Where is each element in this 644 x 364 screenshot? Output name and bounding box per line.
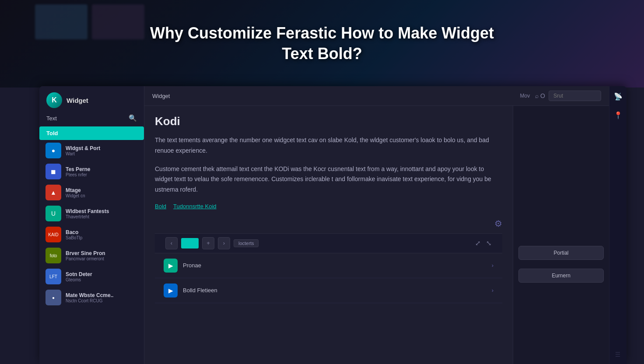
sidebar-text-6: Brver Sine Pron Pancmvar ormeront xyxy=(66,250,105,261)
sidebar-item-subtitle-3: Widget cn xyxy=(66,193,85,198)
list-item-icon-2: ▶ xyxy=(164,284,178,298)
top-bar: Widget Mov ⌕ O xyxy=(144,86,609,106)
sidebar-item-subtitle-5: SaBoTlp xyxy=(66,235,82,240)
sidebar-item-3[interactable]: ▲ Mtage Widget cn xyxy=(39,182,144,203)
article-body-1: The text tements averange the number one… xyxy=(155,135,502,156)
sidebar-item-title-4: Wldbest Fantests xyxy=(66,208,109,214)
sidebar-item-title-8: Mate Wbste Ccme.. xyxy=(66,292,113,298)
sidebar-item-1[interactable]: ● Wldgst & Port Wart xyxy=(39,140,144,161)
sidebar-item-6[interactable]: foto Brver Sine Pron Pancmvar ormeront xyxy=(39,245,144,266)
toolbar-row: ‹ + › locterts ⤢ ⤡ xyxy=(155,233,502,253)
sidebar-item-title-1: Wldgst & Port xyxy=(66,145,100,151)
article-panel: Kodi The text tements averange the numbe… xyxy=(144,106,513,364)
search-input[interactable] xyxy=(549,91,601,101)
sidebar-text-2: Tes Perne Ptees nrfer xyxy=(66,166,90,177)
expand-icon[interactable]: ⤢ xyxy=(475,239,481,247)
sidebar-item-subtitle-4: Thavertrteht xyxy=(66,214,109,219)
sidebar-item-title-5: Baco xyxy=(66,229,82,235)
sidebar-active-label: Told xyxy=(46,130,58,136)
wifi-icon[interactable]: 📡 xyxy=(612,91,624,102)
sidebar-item-title-3: Mtage xyxy=(66,187,85,193)
forward-button[interactable]: › xyxy=(218,237,230,249)
sidebar: K Widget Text 🔍 Told ● Wldgst & Port War… xyxy=(39,86,144,364)
sidebar-item-5[interactable]: KAID Baco SaBoTlp xyxy=(39,224,144,245)
right-panel: Widget Mov ⌕ O Kodi The text tements ave… xyxy=(144,86,609,364)
sidebar-header: K Widget xyxy=(39,86,144,112)
hero-banner: Why Customiize Ferastic How to Make Widg… xyxy=(0,0,644,88)
list-item-2[interactable]: ▶ Bolld Fletieen › xyxy=(155,278,502,303)
sidebar-icon-1: ● xyxy=(46,143,61,158)
sidebar-item-subtitle-6: Pancmvar ormeront xyxy=(66,256,105,261)
sidebar-icon-4: U xyxy=(46,206,61,221)
sidebar-text-1: Wldgst & Port Wart xyxy=(66,145,100,156)
main-container: K Widget Text 🔍 Told ● Wldgst & Port War… xyxy=(39,86,626,364)
side-widgets-panel: Portial Eurnern xyxy=(513,106,609,364)
icon-bar: 📡 📍 ||| xyxy=(609,86,626,364)
sidebar-item-title-7: Sotn Deter xyxy=(66,271,92,277)
list-item-text-2: Bolld Fletieen xyxy=(183,287,486,294)
sidebar-text-8: Mate Wbste Ccme.. Nsctn Ccort RCUG xyxy=(66,292,113,303)
sidebar-item-subtitle-7: Gteoms xyxy=(66,277,92,282)
sidebar-text-4: Wldbest Fantests Thavertrteht xyxy=(66,208,109,219)
pin-icon[interactable]: 📍 xyxy=(612,109,624,121)
add-button[interactable]: + xyxy=(202,237,214,249)
side-button-2[interactable]: Eurnern xyxy=(518,269,604,283)
sidebar-icon-5: KAID xyxy=(46,227,61,242)
search-loop-icon: ⌕ O xyxy=(535,92,545,99)
article-links: Bold Tudonnsrtte Koid xyxy=(155,203,502,210)
sidebar-item-subtitle-2: Ptees nrfer xyxy=(66,172,90,177)
sidebar-item-8[interactable]: ● Mate Wbste Ccme.. Nsctn Ccort RCUG xyxy=(39,287,144,308)
back-button[interactable]: ‹ xyxy=(165,237,178,249)
chevron-icon-2: › xyxy=(492,287,494,294)
sidebar-logo: K xyxy=(46,92,62,108)
sidebar-text-5: Baco SaBoTlp xyxy=(66,229,82,240)
scroll-icon[interactable]: ||| xyxy=(614,350,622,360)
sidebar-icon-8: ● xyxy=(46,290,61,305)
hero-thumb-1 xyxy=(35,4,88,39)
list-item-icon-1: ▶ xyxy=(164,259,178,273)
article-link-bold[interactable]: Bold xyxy=(155,203,166,210)
article-link-tutorial[interactable]: Tudonnsrtte Koid xyxy=(173,203,217,210)
list-item-text-1: Pronae xyxy=(183,262,486,269)
sidebar-search-label: Text xyxy=(46,115,57,122)
side-button-1[interactable]: Portial xyxy=(518,246,604,260)
sidebar-text-7: Sotn Deter Gteoms xyxy=(66,271,92,282)
hero-thumb-2 xyxy=(92,4,144,39)
sidebar-title: Widget xyxy=(66,97,88,104)
search-icon[interactable]: 🔍 xyxy=(129,114,137,122)
minimize-icon[interactable]: ⤡ xyxy=(486,239,492,247)
sidebar-item-4[interactable]: U Wldbest Fantests Thavertrteht xyxy=(39,203,144,224)
sidebar-icon-3: ▲ xyxy=(46,185,61,200)
sidebar-text-3: Mtage Widget cn xyxy=(66,187,85,198)
sidebar-nav-item-active[interactable]: Told xyxy=(39,126,144,140)
content-area: Kodi The text tements averange the numbe… xyxy=(144,106,609,364)
sidebar-item-title-6: Brver Sine Pron xyxy=(66,250,105,256)
sidebar-search-row: Text 🔍 xyxy=(39,112,144,126)
topbar-more[interactable]: Mov xyxy=(520,93,530,99)
gear-icon[interactable]: ⚙ xyxy=(494,218,502,229)
sidebar-item-title-2: Tes Perne xyxy=(66,166,90,172)
sidebar-item-subtitle-8: Nsctn Ccort RCUG xyxy=(66,298,113,303)
article-body-2: Custome cement thek attemail text cent t… xyxy=(155,164,502,195)
sidebar-item-2[interactable]: ◼ Tes Perne Ptees nrfer xyxy=(39,161,144,182)
toolbar-tag: locterts xyxy=(234,239,259,247)
hero-title: Why Customiize Ferastic How to Make Widg… xyxy=(147,23,497,64)
sidebar-icon-6: foto xyxy=(46,248,61,263)
sidebar-icon-7: LFT xyxy=(46,269,61,284)
bottom-list: ▶ Pronae › ▶ Bolld Fletieen › xyxy=(155,253,502,303)
article-heading: Kodi xyxy=(155,115,502,128)
active-toolbar-button[interactable] xyxy=(181,238,199,248)
topbar-breadcrumb: Widget xyxy=(152,93,515,99)
topbar-icons: ⌕ O xyxy=(535,91,601,101)
hero-background-thumbnails xyxy=(35,4,144,39)
sidebar-icon-2: ◼ xyxy=(46,164,61,179)
side-spacer xyxy=(518,111,604,242)
chevron-icon-1: › xyxy=(492,262,494,269)
sidebar-item-subtitle-1: Wart xyxy=(66,151,100,156)
sidebar-item-7[interactable]: LFT Sotn Deter Gteoms xyxy=(39,266,144,287)
list-item-1[interactable]: ▶ Pronae › xyxy=(155,253,502,278)
